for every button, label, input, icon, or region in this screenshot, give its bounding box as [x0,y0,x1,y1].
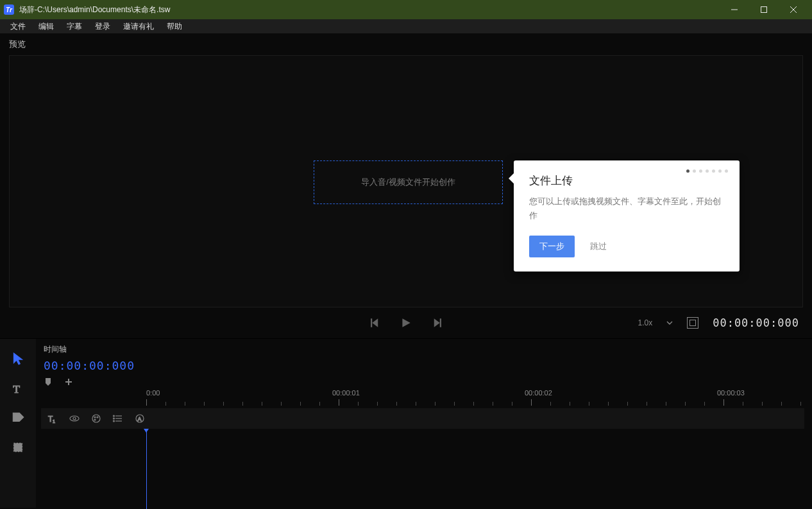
svg-marker-4 [372,318,378,327]
add-marker-icon[interactable] [64,377,73,386]
menu-login[interactable]: 登录 [89,20,117,33]
svg-point-26 [114,415,115,417]
onboarding-popover: 文件上传 您可以上传或拖拽视频文件、字幕文件至此，开始创作 下一步 跳过 [514,160,740,272]
svg-point-22 [94,419,96,420]
player-timecode: 00:00:00:000 [713,316,799,329]
playhead[interactable] [146,429,147,509]
aspect-ratio-button[interactable] [687,317,698,329]
import-dropzone[interactable]: 导入音/视频文件开始创作 [314,160,503,204]
minimize-button[interactable] [720,0,749,19]
svg-rect-1 [761,7,767,13]
popover-body: 您可以上传或拖拽视频文件、字幕文件至此，开始创作 [529,194,724,223]
playback-speed[interactable]: 1.0x [638,318,652,327]
close-button[interactable] [779,0,808,19]
svg-point-27 [114,418,115,419]
list-icon[interactable] [113,413,123,424]
svg-point-20 [94,417,96,418]
svg-rect-8 [440,318,441,327]
tool-rail: T [0,339,36,508]
preview-area: 导入音/视频文件开始创作 文件上传 您可以上传或拖拽视频文件、字幕文件至此，开始… [9,55,803,307]
svg-text:1: 1 [53,419,55,424]
tag-tool[interactable] [11,411,25,425]
prev-frame-button[interactable] [371,317,382,329]
svg-rect-12 [13,443,22,451]
next-button[interactable]: 下一步 [529,236,575,257]
svg-point-18 [73,417,76,420]
tracks-area[interactable] [146,429,812,509]
svg-marker-11 [13,413,24,421]
next-frame-button[interactable] [430,317,441,329]
timeline-label: 时间轴 [44,344,135,355]
ruler-label: 0:00 [146,389,160,397]
titlebar: Tr 场辞-C:\Users\admin\Documents\未命名.tsw [0,0,812,19]
ruler-label: 00:00:01 [332,389,360,397]
skip-button[interactable]: 跳过 [590,241,607,252]
marker-icon[interactable] [44,377,53,386]
svg-point-28 [114,420,115,422]
maximize-button[interactable] [749,0,779,19]
app-icon: Tr [4,4,14,15]
menu-invite[interactable]: 邀请有礼 [117,20,160,33]
popover-title: 文件上传 [529,173,724,188]
step-dots [686,169,728,173]
timeline-panel: T 时间轴 00:00:00:000 0:00 00:00:01 00:00:0… [0,338,812,508]
svg-point-17 [70,416,79,421]
ruler-label: 00:00:02 [525,389,552,397]
menu-help[interactable]: 帮助 [160,20,189,33]
svg-marker-7 [434,318,440,327]
palette-icon[interactable] [91,413,101,424]
menubar: 文件 编辑 字幕 登录 邀请有礼 帮助 [0,19,812,33]
track-tool-row: T1 A [41,408,804,429]
svg-marker-9 [13,353,22,365]
cursor-tool[interactable] [11,352,25,366]
svg-point-19 [92,415,100,422]
timeline-ruler[interactable]: 0:00 00:00:01 00:00:02 00:00:03 [146,389,812,406]
play-button[interactable] [400,317,412,329]
timeline-current-time: 00:00:00:000 [44,359,135,372]
svg-text:T: T [13,383,20,395]
player-controls: 1.0x 00:00:00:000 [9,307,803,338]
preview-label: 预览 [0,33,812,53]
menu-edit[interactable]: 编辑 [32,20,60,33]
timeline-body: 时间轴 00:00:00:000 0:00 00:00:01 00:00:02 … [36,339,812,508]
chevron-down-icon[interactable] [666,320,673,326]
svg-text:A: A [138,416,142,422]
text-tool[interactable]: T [11,381,25,395]
window-title: 场辞-C:\Users\admin\Documents\未命名.tsw [19,4,720,15]
svg-rect-5 [371,318,372,327]
ruler-label: 00:00:03 [717,389,745,397]
crop-tool[interactable] [11,440,25,454]
svg-point-21 [97,417,98,418]
circle-a-icon[interactable]: A [135,413,145,424]
menu-file[interactable]: 文件 [4,20,32,33]
menu-subtitle[interactable]: 字幕 [60,20,89,33]
track-text-icon[interactable]: T1 [47,413,58,424]
svg-marker-6 [402,318,410,327]
visibility-icon[interactable] [69,413,80,424]
